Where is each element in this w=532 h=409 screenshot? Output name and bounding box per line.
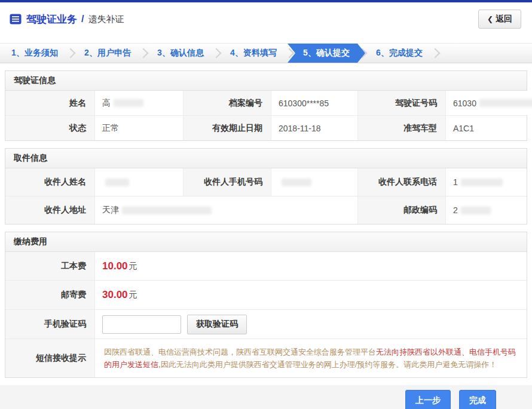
name-value: 高 bbox=[95, 91, 184, 115]
postage-fee-label: 邮寄费 bbox=[5, 281, 95, 309]
table-row: 收件人姓名 收件人手机号码 收件人联系电话 1 bbox=[5, 168, 527, 196]
page-title: 驾驶证业务 bbox=[26, 13, 77, 26]
step-2-user-declaration: 2、用户申告 bbox=[77, 44, 139, 63]
table-row: 手机验证码 获取验证码 bbox=[5, 309, 527, 339]
table-row: 短信接收提示 因陕西省联通、电信运营商技术问题，陕西省互联网交通安全综合服务管理… bbox=[5, 339, 527, 377]
chevron-left-icon: ❮ bbox=[487, 15, 493, 23]
page-header: 驾驶证业务 / 遗失补证 ❮返回 bbox=[0, 2, 532, 36]
notice-part-3: 因此无法向此类用户提供陕西省交通管理业务的网上办理/预约等服务。请此类用户避免无… bbox=[161, 360, 497, 369]
sms-code-label: 手机验证码 bbox=[5, 310, 95, 339]
table-row: 工本费 10.00元 bbox=[5, 252, 527, 280]
expiry-date-value: 2018-11-18 bbox=[271, 116, 358, 140]
license-number-value: 61030 bbox=[446, 91, 532, 115]
table-row: 收件人地址 天津 邮政编码 2 bbox=[5, 196, 527, 224]
recipient-phone-value: 1 bbox=[446, 168, 527, 196]
redacted-blur bbox=[114, 99, 143, 107]
step-wizard: 1、业务须知 2、用户申告 3、确认信息 4、资料填写 5、确认提交 6、完成提… bbox=[0, 43, 532, 63]
fee-unit: 元 bbox=[129, 290, 137, 300]
notice-part-1: 因陕西省联通、电信运营商技术问题，陕西省互联网交通安全综合服务管理平台 bbox=[104, 348, 376, 356]
production-fee-label: 工本费 bbox=[5, 252, 95, 280]
finish-button[interactable]: 完成 bbox=[459, 390, 496, 409]
step-1-business-notice: 1、业务须知 bbox=[4, 44, 66, 63]
chevron-separator-icon bbox=[66, 44, 77, 63]
pickup-info-section: 取件信息 收件人姓名 收件人手机号码 收件人联系电话 1 收件人地址 天津 邮政… bbox=[5, 148, 527, 225]
table-row: 状态 正常 有效期止日期 2018-11-18 准驾车型 A1C1 bbox=[5, 115, 527, 140]
sms-code-input[interactable] bbox=[102, 315, 181, 334]
redacted-blur bbox=[122, 207, 212, 214]
redacted-blur bbox=[282, 179, 311, 186]
postage-fee-value: 30.00元 bbox=[95, 281, 527, 309]
sms-notice-text: 因陕西省联通、电信运营商技术问题，陕西省互联网交通安全综合服务管理平台无法向持陕… bbox=[95, 339, 527, 377]
recipient-address-label: 收件人地址 bbox=[5, 196, 95, 224]
expiry-date-label: 有效期止日期 bbox=[184, 116, 271, 140]
recipient-phone-label: 收件人联系电话 bbox=[358, 168, 446, 196]
list-icon bbox=[10, 13, 22, 25]
vehicle-class-value: A1C1 bbox=[446, 116, 527, 140]
previous-step-button[interactable]: 上一步 bbox=[405, 390, 451, 409]
name-label: 姓名 bbox=[5, 91, 95, 115]
license-number-label: 驾驶证号码 bbox=[358, 91, 446, 115]
fees-section: 缴纳费用 工本费 10.00元 邮寄费 30.00元 手机验证码 获取验证码 短… bbox=[5, 232, 527, 378]
chevron-separator-icon bbox=[212, 44, 222, 63]
file-number-label: 档案编号 bbox=[184, 91, 271, 115]
step-4-fill-data: 4、资料填写 bbox=[222, 44, 285, 63]
table-row: 邮寄费 30.00元 bbox=[5, 280, 527, 309]
file-number-value: 610300****85 bbox=[271, 91, 358, 115]
back-button[interactable]: ❮返回 bbox=[478, 10, 521, 29]
chevron-separator-icon bbox=[430, 44, 441, 63]
sms-notice-label: 短信接收提示 bbox=[5, 339, 95, 377]
postcode-label: 邮政编码 bbox=[358, 196, 446, 224]
fee-amount: 30.00 bbox=[102, 289, 128, 301]
recipient-name-label: 收件人姓名 bbox=[5, 168, 95, 196]
recipient-name-value bbox=[95, 168, 184, 196]
chevron-separator-icon bbox=[139, 44, 149, 63]
production-fee-value: 10.00元 bbox=[95, 252, 527, 280]
step-5-confirm-submit-active: 5、确认提交 bbox=[288, 44, 365, 63]
postcode-value: 2 bbox=[446, 196, 527, 224]
redacted-blur bbox=[105, 179, 129, 186]
status-value: 正常 bbox=[95, 116, 184, 140]
back-button-label: 返回 bbox=[496, 14, 512, 23]
recipient-address-value: 天津 bbox=[95, 196, 358, 224]
status-label: 状态 bbox=[5, 116, 95, 140]
fee-unit: 元 bbox=[129, 261, 137, 272]
recipient-mobile-label: 收件人手机号码 bbox=[184, 168, 271, 196]
step-6-complete-submit: 6、完成提交 bbox=[368, 44, 430, 63]
recipient-mobile-value bbox=[271, 168, 358, 196]
footer-action-bar: 上一步 完成 bbox=[0, 385, 532, 409]
step-3-confirm-info: 3、确认信息 bbox=[149, 44, 212, 63]
redacted-blur bbox=[461, 179, 503, 186]
license-info-section: 驾驶证信息 姓名 高 档案编号 610300****85 驾驶证号码 61030… bbox=[5, 70, 527, 141]
fee-amount: 10.00 bbox=[102, 260, 128, 272]
breadcrumb-divider: / bbox=[81, 14, 84, 24]
redacted-blur bbox=[461, 207, 491, 214]
pickup-section-title: 取件信息 bbox=[5, 149, 527, 168]
redacted-blur bbox=[479, 99, 532, 107]
breadcrumb-current: 遗失补证 bbox=[88, 14, 124, 25]
table-row: 姓名 高 档案编号 610300****85 驾驶证号码 61030 bbox=[5, 91, 527, 115]
fees-section-title: 缴纳费用 bbox=[5, 232, 527, 252]
vehicle-class-label: 准驾车型 bbox=[358, 116, 446, 140]
license-section-title: 驾驶证信息 bbox=[5, 71, 527, 91]
get-sms-code-button[interactable]: 获取验证码 bbox=[187, 315, 247, 334]
sms-code-cell: 获取验证码 bbox=[95, 310, 527, 339]
